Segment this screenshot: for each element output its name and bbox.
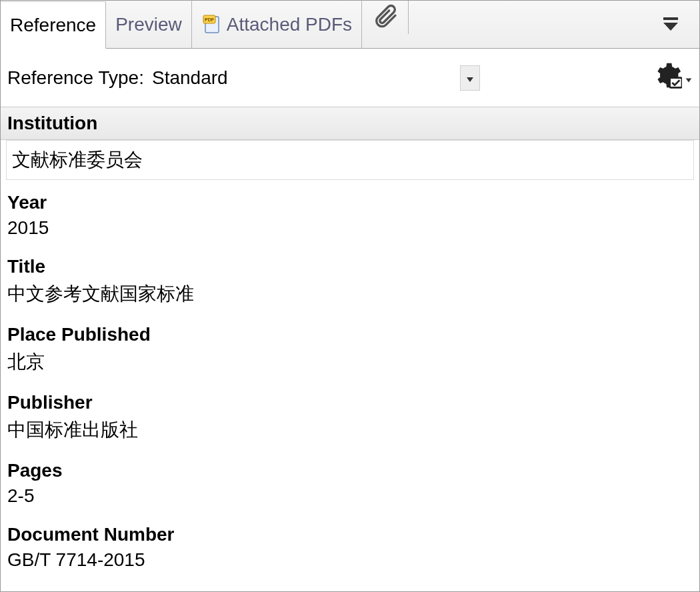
field-value[interactable]: 2-5 [1,483,699,517]
tab-preview[interactable]: Preview [106,1,192,48]
field-label: Pages [1,453,699,483]
field-value[interactable]: GB/T 7714-2015 [1,547,699,581]
field-value[interactable]: 中国标准出版社 [1,415,699,453]
svg-text:PDF: PDF [205,17,215,22]
field-value[interactable]: 中文参考文献国家标准 [1,279,699,317]
reference-type-label: Reference Type: [7,67,144,89]
field-label: Title [1,249,699,279]
reference-type-row: Reference Type: Standard [1,49,699,107]
svg-marker-4 [663,23,678,31]
chevron-down-icon [685,67,693,89]
svg-marker-7 [686,78,692,82]
field-label: Year [1,185,699,215]
field-label: Institution [1,107,699,140]
panel-menu-button[interactable] [654,8,687,41]
tab-reference-label: Reference [10,15,96,36]
tab-reference[interactable]: Reference [1,1,106,49]
reference-panel: Reference Preview PDF Attached PDFs [0,0,700,592]
tab-attached-pdfs[interactable]: PDF Attached PDFs [192,1,362,48]
field-options-button[interactable] [653,61,693,95]
field-label: Place Published [1,317,699,347]
chevron-down-icon [465,67,475,89]
field-value[interactable]: 文献标准委员会 [6,140,694,180]
svg-rect-3 [663,17,678,20]
tab-bar: Reference Preview PDF Attached PDFs [1,1,699,49]
fields-container: Institution文献标准委员会Year2015Title中文参考文献国家标… [1,107,699,591]
field-value[interactable]: 2015 [1,215,699,249]
reference-type-dropdown[interactable] [460,65,480,91]
reference-type-value: Standard [152,67,228,89]
attach-file-button[interactable] [362,1,409,34]
pdf-icon: PDF [201,14,223,35]
svg-marker-5 [467,77,473,82]
tab-attached-label: Attached PDFs [227,14,352,35]
field-label: Publisher [1,385,699,415]
field-label: Document Number [1,517,699,547]
gear-icon [653,61,682,95]
panel-menu-icon [661,13,681,36]
tab-bar-right-controls [654,1,699,48]
paperclip-icon [372,3,399,32]
tab-preview-label: Preview [115,14,182,35]
field-value[interactable]: 北京 [1,347,699,385]
